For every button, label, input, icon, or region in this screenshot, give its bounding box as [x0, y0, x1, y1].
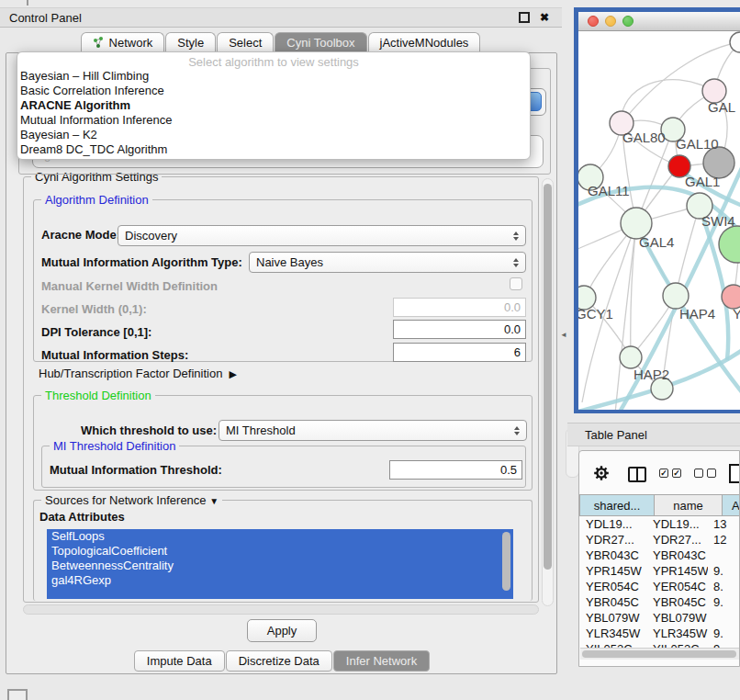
stepper-icon [507, 258, 519, 267]
bottom-tab-infer-network[interactable]: Infer Network [333, 650, 430, 672]
attribute-item-topologicalcoefficient[interactable]: TopologicalCoefficient [47, 544, 513, 559]
mi-type-value: Naive Bayes [256, 255, 323, 269]
list-scrollbar[interactable] [502, 532, 510, 591]
tab-label: Style [177, 36, 204, 50]
tab-jactivemnodules[interactable]: jActiveMNodules [368, 32, 481, 52]
attribute-item-selfloops[interactable]: SelfLoops [47, 529, 513, 544]
network-node-label: GAL4 [639, 234, 674, 250]
table-cell: YDR27... [580, 533, 647, 547]
column-header-name[interactable]: name [655, 494, 723, 516]
sources-legend[interactable]: Sources for Network Inference ▼ [41, 493, 222, 508]
top-edge-tick [27, 0, 28, 6]
network-node-label: GAL1 [685, 174, 720, 189]
tab-style[interactable]: Style [165, 32, 216, 52]
mi-threshold-label: Mutual Information Threshold: [50, 463, 222, 477]
mi-threshold-group: MI Threshold Definition Mutual Informati… [41, 446, 526, 488]
algorithm-option-mutual-information-inference[interactable]: Mutual Information Inference [17, 113, 530, 128]
sources-legend-label: Sources for Network Inference [45, 493, 207, 507]
settings-scrollbar[interactable] [542, 178, 554, 606]
float-icon[interactable] [519, 12, 530, 23]
manual-kernel-checkbox[interactable] [510, 277, 522, 290]
table-row[interactable]: YBR045CYBR045C9. [580, 594, 740, 610]
network-node-hap4[interactable] [663, 283, 689, 309]
table-row[interactable]: YDR27...YDR27...12 [580, 532, 740, 548]
mi-steps-field[interactable]: 6 [393, 343, 526, 362]
tab-select[interactable]: Select [217, 32, 274, 52]
network-node-label: GAL [708, 99, 735, 115]
tab-label: Network [109, 36, 153, 50]
network-canvas[interactable]: GALGAL80GAL10GAL1GAL11SWI4GAL4GCY1HAP4YH… [578, 31, 740, 410]
table-row[interactable]: YER054CYER054C8. [580, 579, 740, 594]
tab-network[interactable]: Network [81, 32, 165, 52]
data-attributes-list[interactable]: SelfLoopsTopologicalCoefficientBetweenne… [47, 529, 513, 599]
aracne-mode-select[interactable]: Discovery [118, 225, 526, 246]
table-row[interactable]: YDL19...YDL19...13 [580, 516, 740, 532]
attribute-item-betweennesscentrality[interactable]: BetweennessCentrality [47, 559, 513, 573]
gear-icon[interactable] [593, 465, 610, 484]
network-node-unlabeled[interactable] [719, 226, 740, 263]
which-threshold-value: MI Threshold [226, 423, 296, 437]
network-node-unlabeled[interactable] [730, 32, 740, 52]
minimize-button[interactable] [605, 16, 616, 27]
algorithm-definition-group: Algorithm Definition Aracne Mode: Discov… [33, 199, 533, 362]
algorithm-option-aracne-algorithm[interactable]: ARACNE Algorithm [17, 98, 530, 113]
table-hscrollbar[interactable] [580, 648, 740, 660]
aracne-mode-label: Aracne Mode: [41, 228, 120, 242]
apply-button-label: Apply [267, 624, 297, 638]
table-panel-window: ✓✓ shared...nameA YDL19...YDL19...13YDR2… [578, 450, 740, 667]
scrollbar-thumb[interactable] [582, 650, 736, 658]
network-window[interactable]: GALGAL80GAL10GAL1GAL11SWI4GAL4GCY1HAP4YH… [574, 7, 740, 413]
checked-pair-icon[interactable]: ✓✓ [659, 469, 681, 478]
table-cell: 9. [708, 595, 740, 609]
split-view-icon[interactable] [628, 467, 646, 482]
which-threshold-select[interactable]: MI Threshold [219, 420, 527, 441]
document-icon[interactable] [729, 464, 740, 483]
data-attributes-items: SelfLoopsTopologicalCoefficientBetweenne… [47, 529, 513, 588]
column-header-a[interactable]: A [723, 494, 740, 516]
kernel-width-label: Kernel Width (0,1): [41, 302, 147, 316]
network-window-titlebar[interactable] [578, 12, 740, 31]
close-icon[interactable]: ✖ [540, 12, 549, 23]
table-cell: YBL079W [580, 611, 647, 625]
algorithm-option-bayesian-hill-climbing[interactable]: Bayesian – Hill Climbing [17, 69, 530, 84]
table-row[interactable]: YLR345WYLR345W9. [580, 626, 740, 641]
mini-corner-button[interactable] [7, 689, 28, 700]
panel-collapse-icon[interactable]: ◄ [560, 331, 567, 339]
bottom-tab-discretize-data[interactable]: Discretize Data [226, 650, 332, 672]
manual-kernel-label: Manual Kernel Width Definition [41, 279, 218, 293]
dpi-tolerance-field[interactable]: 0.0 [393, 320, 526, 339]
stepper-icon [508, 426, 520, 435]
tab-cyni-toolbox[interactable]: Cyni Toolbox [275, 32, 366, 52]
attribute-item-gal4rgexp[interactable]: gal4RGexp [47, 573, 513, 588]
settings-hscrollbar[interactable] [23, 604, 539, 615]
table-row[interactable]: YBL079WYBL079W [580, 610, 740, 626]
column-header-shared-[interactable]: shared... [579, 494, 655, 516]
network-node-hap2[interactable] [620, 346, 642, 368]
mi-threshold-field[interactable]: 0.5 [389, 460, 522, 480]
table-cell: YBR043C [580, 548, 647, 562]
cyni-algorithm-settings-group: Cyni Algorithm Settings Algorithm Defini… [23, 176, 539, 603]
mi-type-select[interactable]: Naive Bayes [249, 252, 526, 273]
table-cell: YBR043C [647, 548, 708, 562]
threshold-definition-legend: Threshold Definition [41, 389, 155, 402]
bottom-tabs: Impute DataDiscretize DataInfer Network [6, 650, 558, 672]
scrollbar-thumb[interactable] [544, 184, 552, 570]
table-panel-title: Table Panel [585, 428, 647, 442]
algorithm-option-dream8-dc-tdc-algorithm[interactable]: Dream8 DC_TDC Algorithm [17, 142, 530, 157]
close-button[interactable] [588, 16, 599, 27]
bottom-tab-impute-data[interactable]: Impute Data [134, 650, 225, 672]
tab-label: Discretize Data [239, 654, 320, 668]
apply-button[interactable]: Apply [247, 619, 317, 642]
algorithm-option-bayesian-k2[interactable]: Bayesian – K2 [17, 128, 530, 142]
algorithm-option-basic-correlation-inference[interactable]: Basic Correlation Inference [17, 84, 530, 98]
unchecked-pair-icon[interactable] [694, 469, 716, 478]
table-row[interactable]: YBR043CYBR043C [580, 548, 740, 563]
hub-definition-toggle[interactable]: Hub/Transcription Factor Definition▶ [39, 367, 237, 380]
table-row[interactable]: YPR145WYPR145W9. [580, 563, 740, 579]
table-row[interactable]: YIL052CYIL052C9 [580, 641, 740, 648]
which-threshold-label: Which threshold to use: [81, 423, 217, 437]
zoom-button[interactable] [622, 16, 633, 27]
mi-type-label: Mutual Information Algorithm Type: [41, 255, 242, 269]
table-rows[interactable]: YDL19...YDL19...13YDR27...YDR27...12YBR0… [580, 516, 740, 648]
network-icon [93, 37, 105, 49]
